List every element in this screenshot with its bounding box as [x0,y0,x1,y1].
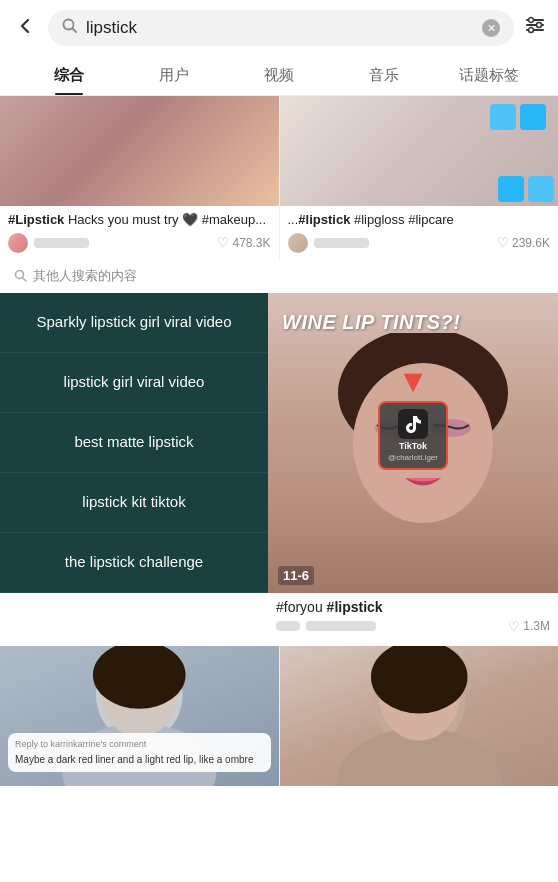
tiktok-icon-1 [490,104,516,130]
big-video-card[interactable]: WINE LIP TINTS?! ▼ TikTok @charlott.iger… [268,293,558,638]
wine-text: WINE LIP TINTS?! [282,311,460,334]
bottom-right-bg [280,646,559,786]
tiktok-wm-icon [398,409,428,439]
lipstick-tag: #lipstick [327,599,383,615]
username-left [34,238,89,248]
search-bar: ✕ [48,10,514,46]
hashtag-lipstick-left: #Lipstick [8,212,64,227]
tabs-bar: 综合 用户 视频 音乐 话题标签 [0,56,558,96]
others-label: 其他人搜索的内容 [33,267,137,285]
heart-icon-right: ♡ [497,235,509,250]
video-info-left: #Lipstick Hacks you must try 🖤 #makeup..… [0,206,279,259]
tab-用户[interactable]: 用户 [121,56,226,95]
suggestion-item-2[interactable]: best matte lipstick [0,413,268,473]
main-section: Sparkly lipstick girl viral video lipsti… [0,293,558,638]
tiktok-icon-3 [498,176,524,202]
svg-point-5 [537,23,542,28]
bottom-section: ▶ Reply to karrinkarrine's comment Maybe… [0,646,558,786]
svg-point-4 [529,18,534,23]
bottom-card-content-left: Reply to karrinkarrine's comment Maybe a… [8,733,271,776]
big-video-thumbnail: WINE LIP TINTS?! ▼ TikTok @charlott.iger… [268,293,558,593]
tiktok-wm-sub: @charlott.iger [388,453,438,462]
video-title-right: ...#lipstick #lipgloss #lipcare [288,211,551,229]
suggestion-item-4[interactable]: the lipstick challenge [0,533,268,593]
suggestions-list: Sparkly lipstick girl viral video lipsti… [0,293,268,638]
hashtags: #foryou #lipstick [276,599,550,615]
top-videos-row: #Lipstick Hacks you must try 🖤 #makeup..… [0,96,558,259]
video-thumbnail-left [0,96,279,206]
filter-button[interactable] [524,14,546,42]
video-title-left: #Lipstick Hacks you must try 🖤 #makeup..… [8,211,271,229]
tiktok-icons-overlay [490,104,550,130]
video-card-right[interactable]: ...#lipstick #lipgloss #lipcare ♡ 239.6K [279,96,559,259]
suggestion-item-0[interactable]: Sparkly lipstick girl viral video [0,293,268,353]
comment-text: Maybe a dark red liner and a light red l… [15,753,264,767]
tiktok-watermark: TikTok @charlott.iger [378,401,448,470]
video-card-left[interactable]: #Lipstick Hacks you must try 🖤 #makeup..… [0,96,279,259]
big-video-likes-count: 1.3M [523,619,550,633]
tab-话题标签[interactable]: 话题标签 [437,56,542,95]
search-small-icon [14,269,28,283]
video-info-right: ...#lipstick #lipgloss #lipcare ♡ 239.6K [280,206,559,259]
avatar-right [288,233,308,253]
big-username-blur [306,621,376,631]
bottom-card-left[interactable]: ▶ Reply to karrinkarrine's comment Maybe… [0,646,279,786]
comment-bubble: Reply to karrinkarrine's comment Maybe a… [8,733,271,772]
search-input[interactable] [86,18,474,38]
svg-point-6 [529,28,534,33]
big-avatar-blur [276,621,300,631]
hashtag-lipstick-right: #lipstick [298,212,350,227]
video-thumbnail-right [280,96,559,206]
tiktok-icon-2 [520,104,546,130]
header: ✕ [0,0,558,56]
likes-count-right: 239.6K [512,236,550,250]
username-right [314,238,369,248]
suggestion-item-3[interactable]: lipstick kit tiktok [0,473,268,533]
others-searched-header: 其他人搜索的内容 [0,259,558,293]
red-arrow: ▼ [397,365,429,397]
clear-button[interactable]: ✕ [482,19,500,37]
video-meta-right: ♡ 239.6K [288,233,551,253]
likes-count-left: 478.3K [232,236,270,250]
big-video-likes: ♡ 1.3M [508,619,550,634]
search-icon [62,18,78,38]
tiktok-wm-label: TikTok [399,441,427,451]
likes-right: ♡ 239.6K [497,235,550,250]
bottom-right-silhouette [280,646,559,786]
svg-point-7 [16,270,24,278]
comment-sender: Reply to karrinkarrine's comment [15,738,264,751]
tab-综合[interactable]: 综合 [16,56,121,95]
suggestion-item-1[interactable]: lipstick girl viral video [0,353,268,413]
tab-音乐[interactable]: 音乐 [332,56,437,95]
video-counter: 11-6 [278,566,314,585]
bottom-card-right[interactable]: ▶ [279,646,559,786]
heart-icon-big: ♡ [508,619,520,634]
foryou-tag: #foryou [276,599,323,615]
tab-视频[interactable]: 视频 [226,56,331,95]
big-video-info: #foryou #lipstick ♡ 1.3M [268,593,558,638]
back-button[interactable] [12,11,38,45]
avatar-left [8,233,28,253]
big-video-meta: ♡ 1.3M [276,619,550,634]
likes-left: ♡ 478.3K [217,235,270,250]
tiktok-icon-4 [528,176,554,202]
video-meta-left: ♡ 478.3K [8,233,271,253]
heart-icon-left: ♡ [217,235,229,250]
